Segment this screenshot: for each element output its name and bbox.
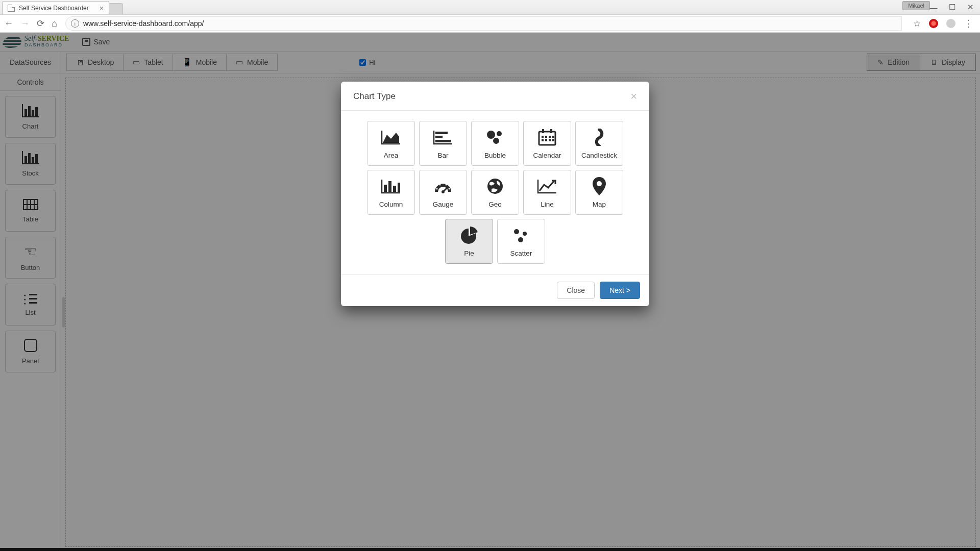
pie-icon <box>459 226 479 244</box>
edit-icon: ✎ <box>877 58 884 66</box>
app-header: Self-SERVICE DASHBOARD Save <box>0 33 980 51</box>
browser-tab-strip: Self Service Dashboarder × Mikael — ☐ ✕ <box>0 0 980 14</box>
chart-type-pie[interactable]: Pie <box>445 219 493 264</box>
address-bar[interactable]: i www.self-service-dashboard.com/app/ <box>65 16 902 31</box>
device-tab-mobile-landscape[interactable]: ▭ Mobile <box>227 54 277 70</box>
logo-word2: SERVICE <box>38 35 69 42</box>
extension-icon[interactable] <box>946 19 955 28</box>
chart-type-bubble[interactable]: Bubble <box>471 121 519 166</box>
control-item-stock[interactable]: Stock <box>5 143 56 185</box>
close-button[interactable]: Close <box>557 282 595 299</box>
back-icon[interactable]: ← <box>4 19 13 28</box>
chart-type-line[interactable]: Line <box>523 170 571 215</box>
gauge-icon <box>433 177 453 195</box>
svg-rect-14 <box>539 132 555 145</box>
svg-rect-15 <box>542 129 544 133</box>
save-button[interactable]: Save <box>78 36 114 48</box>
control-item-chart[interactable]: Chart <box>5 96 56 138</box>
datasources-tab[interactable]: DataSources <box>0 51 61 73</box>
chart-type-label: Scatter <box>510 249 532 257</box>
svg-rect-16 <box>550 129 552 133</box>
control-item-table[interactable]: Table <box>5 190 56 232</box>
tab-title: Self Service Dashboarder <box>19 5 89 12</box>
splitter-handle[interactable] <box>61 73 65 551</box>
controls-tab[interactable]: Controls <box>0 73 61 91</box>
opera-extension-icon[interactable] <box>929 19 938 28</box>
chart-type-label: Bar <box>437 152 448 159</box>
mode-tabs: ✎ Edition 🖥 Display <box>867 54 976 71</box>
device-label: Mobile <box>247 58 268 66</box>
browser-profile-badge[interactable]: Mikael <box>902 1 930 10</box>
modal-close-icon[interactable]: × <box>630 91 637 102</box>
bar-icon <box>433 128 453 146</box>
new-tab-button[interactable] <box>109 3 123 14</box>
home-icon[interactable]: ⌂ <box>52 19 57 28</box>
geo-icon <box>485 177 505 195</box>
svg-rect-3 <box>35 107 38 116</box>
svg-rect-6 <box>32 157 34 163</box>
reload-icon[interactable]: ⟳ <box>37 19 44 28</box>
chart-type-candlestick[interactable]: Candlestick <box>575 121 623 166</box>
modal-title: Chart Type <box>353 91 396 102</box>
svg-rect-1 <box>28 106 31 116</box>
mode-tab-display[interactable]: 🖥 Display <box>920 54 975 70</box>
window-controls: — ☐ ✕ <box>927 0 977 14</box>
chart-type-label: Calendar <box>533 152 561 159</box>
maximize-icon[interactable]: ☐ <box>947 3 957 12</box>
calendar-icon <box>537 128 557 146</box>
page-icon <box>8 5 15 12</box>
svg-point-31 <box>436 188 438 189</box>
url-text: www.self-service-dashboard.com/app/ <box>83 19 204 28</box>
control-label: Button <box>21 264 40 271</box>
svg-point-12 <box>497 131 502 136</box>
chart-type-label: Column <box>379 201 403 208</box>
browser-nav-bar: ← → ⟳ ⌂ i www.self-service-dashboard.com… <box>0 14 980 33</box>
close-window-icon[interactable]: ✕ <box>966 3 975 12</box>
app-logo[interactable]: Self-SERVICE DASHBOARD <box>3 36 69 48</box>
chart-type-calendar[interactable]: Calendar <box>523 121 571 166</box>
control-item-button[interactable]: ☞ Button <box>5 237 56 279</box>
chart-type-bar[interactable]: Bar <box>419 121 467 166</box>
map-icon <box>589 177 609 195</box>
hide-checkbox[interactable]: Hi <box>359 59 375 66</box>
control-label: Panel <box>22 357 39 365</box>
forward-icon[interactable]: → <box>20 19 30 28</box>
browser-tab[interactable]: Self Service Dashboarder × <box>2 1 109 14</box>
area-icon <box>381 128 401 146</box>
minimize-icon[interactable]: — <box>929 3 938 12</box>
chart-type-geo[interactable]: Geo <box>471 170 519 215</box>
device-tab-desktop[interactable]: 🖥 Desktop <box>67 54 124 70</box>
save-icon <box>82 38 90 46</box>
chart-type-label: Gauge <box>433 201 454 208</box>
svg-rect-8 <box>435 132 448 134</box>
display-icon: 🖥 <box>930 58 938 66</box>
control-item-panel[interactable]: Panel <box>5 331 56 372</box>
svg-rect-2 <box>32 110 34 116</box>
chart-type-gauge[interactable]: Gauge <box>419 170 467 215</box>
svg-point-40 <box>518 237 523 242</box>
svg-rect-19 <box>549 136 551 138</box>
hide-checkbox-input[interactable] <box>359 59 366 66</box>
bookmark-icon[interactable]: ☆ <box>913 18 921 29</box>
chart-type-modal: Chart Type × AreaBarBubbleCalendarCandle… <box>341 82 649 306</box>
browser-menu-icon[interactable]: ⋮ <box>964 18 973 29</box>
device-tab-mobile-portrait[interactable]: 📱 Mobile <box>173 54 227 70</box>
device-tab-tablet[interactable]: ▭ Tablet <box>124 54 173 70</box>
chart-type-column[interactable]: Column <box>367 170 415 215</box>
svg-point-13 <box>493 138 499 144</box>
chart-type-scatter[interactable]: Scatter <box>497 219 545 264</box>
tab-close-icon[interactable]: × <box>100 5 104 12</box>
svg-point-39 <box>523 232 527 236</box>
control-label: Table <box>22 215 38 223</box>
desktop-icon: 🖥 <box>76 58 84 67</box>
site-info-icon[interactable]: i <box>71 19 79 28</box>
chart-type-area[interactable]: Area <box>367 121 415 166</box>
svg-rect-24 <box>552 139 554 141</box>
next-button[interactable]: Next > <box>600 282 640 299</box>
mode-tab-edition[interactable]: ✎ Edition <box>867 54 920 70</box>
column-chart-icon <box>22 151 39 164</box>
chart-type-label: Line <box>541 201 554 208</box>
svg-rect-10 <box>435 140 451 142</box>
control-item-list[interactable]: List <box>5 284 56 325</box>
chart-type-map[interactable]: Map <box>575 170 623 215</box>
